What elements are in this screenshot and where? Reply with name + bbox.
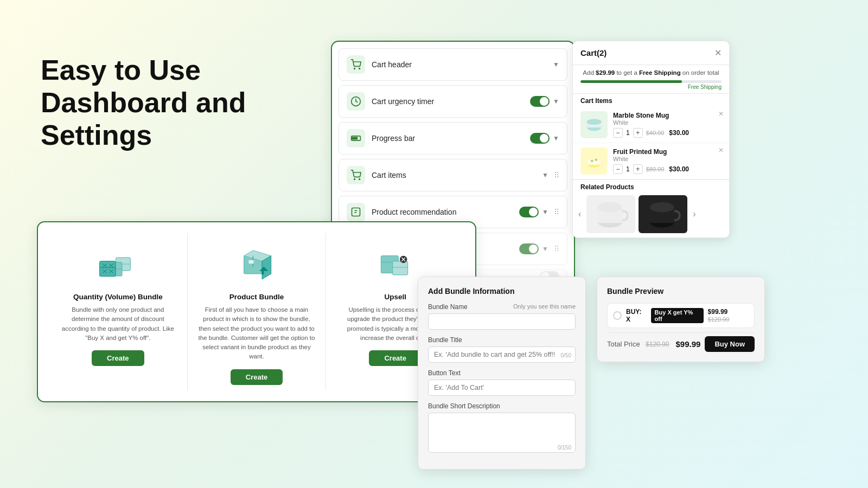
bundle-title-counter: 0/50 (561, 352, 571, 358)
bundle-desc-label: Bundle Short Description (428, 402, 576, 410)
cart-item-2-qty-val: 1 (626, 165, 630, 173)
cart-progress-fill (580, 80, 682, 83)
urgency-timer-toggle[interactable] (530, 96, 550, 107)
cart-item-2-decrease[interactable]: − (613, 164, 623, 174)
bundle-preview-option-row[interactable]: BUY: X Buy X get Y% off $99.99 $120.00 (607, 303, 755, 328)
bundle-option-radio[interactable] (613, 311, 622, 320)
cart-panel: Cart(2) ✕ Add $29.99 to get a Free Shipp… (572, 41, 730, 238)
related-product-2-image[interactable] (639, 195, 687, 233)
cart-item-1-close-icon[interactable]: ✕ (718, 110, 724, 118)
cart-items-icon (347, 166, 365, 184)
bundle-option-label: BUY: X (626, 308, 647, 323)
cart-items-drag-icon[interactable]: ⠿ (554, 171, 559, 179)
add-bundle-modal: Add Bundle Information Bundle Name Only … (418, 277, 586, 470)
extra1-chevron-icon[interactable]: ▼ (542, 245, 548, 253)
upsell-icon (368, 239, 423, 287)
bundle-preview-price: $99.99 $120.00 (708, 308, 749, 323)
extra1-controls: ▼ ⠿ (519, 243, 559, 254)
hero-section: Easy to Use Dashboard and Settings (41, 54, 301, 151)
bundle-card-product: Product Bundle First of all you have to … (188, 233, 327, 390)
progress-bar-icon (347, 129, 365, 147)
product-bundle-create-button[interactable]: Create (231, 369, 283, 385)
upsell-create-button[interactable]: Create (369, 350, 421, 366)
quantity-bundle-create-button[interactable]: Create (92, 350, 144, 366)
button-text-field: Button Text (428, 369, 576, 396)
quantity-bundle-desc: Bundle with only one product and determi… (59, 305, 177, 343)
urgency-timer-chevron-icon[interactable]: ▼ (553, 98, 559, 105)
svg-point-16 (591, 160, 593, 163)
product-bundle-desc: First of all you have to choose a main p… (197, 305, 316, 362)
bundle-desc-counter: 0/150 (558, 445, 571, 451)
svg-point-5 (354, 179, 355, 180)
dashboard-row-urgency-timer[interactable]: Cart urgency timer ▼ (339, 85, 567, 118)
bundle-title-input[interactable] (428, 346, 576, 363)
cart-close-icon[interactable]: ✕ (714, 48, 722, 58)
cart-item: Marble Stone Mug White − 1 + $40.00 $30.… (573, 107, 729, 143)
cart-items-label: Cart items (372, 171, 542, 179)
buy-now-button[interactable]: Buy Now (705, 336, 755, 352)
svg-point-12 (586, 119, 601, 125)
product-bundle-icon (229, 239, 284, 287)
bundle-name-field: Bundle Name Only you see this name (428, 303, 576, 330)
add-bundle-modal-title: Add Bundle Information (428, 287, 576, 296)
upsell-title: Upsell (384, 293, 406, 301)
bundle-preview-old-price: $120.00 (708, 316, 730, 323)
cart-item: Fruit Printed Mug White − 1 + $80.00 $30… (573, 143, 729, 179)
dashboard-row-cart-items[interactable]: Cart items ▼ ⠿ (339, 159, 567, 191)
svg-point-17 (595, 159, 597, 161)
bundle-preview-title: Bundle Preview (607, 287, 755, 296)
progress-bar-toggle[interactable] (530, 133, 550, 144)
cart-item-1-name: Marble Stone Mug (613, 112, 722, 119)
bundle-name-label: Bundle Name Only you see this name (428, 303, 576, 311)
cart-item-1-qty-val: 1 (626, 129, 630, 137)
svg-rect-28 (100, 261, 116, 277)
bundle-desc-input[interactable] (428, 413, 576, 453)
extra1-toggle[interactable] (519, 243, 539, 254)
cart-item-1-increase[interactable]: + (633, 128, 643, 138)
bundle-title-field: Bundle Title 0/50 (428, 336, 576, 363)
bundle-name-input[interactable] (428, 313, 576, 330)
bundle-name-hint: Only you see this name (513, 303, 576, 311)
cart-item-2-increase[interactable]: + (633, 164, 643, 174)
bundle-total-label: Total Price (607, 340, 640, 348)
button-text-input[interactable] (428, 380, 576, 396)
cart-header-chevron-icon[interactable]: ▼ (553, 61, 559, 68)
bundle-total-row: Total Price $120.00 $99.99 Buy Now (607, 332, 755, 352)
progress-bar-chevron-icon[interactable]: ▼ (553, 134, 559, 142)
quantity-bundle-icon (91, 239, 145, 287)
related-next-icon[interactable]: › (691, 209, 698, 219)
cart-progress-label: Free Shipping (573, 84, 729, 93)
extra1-drag-icon[interactable]: ⠿ (554, 245, 559, 253)
related-product-1-image[interactable] (586, 195, 635, 233)
svg-point-1 (359, 68, 360, 69)
svg-rect-42 (248, 260, 253, 264)
cart-related-products: ‹ › (573, 193, 729, 237)
cart-progress-bar (580, 80, 722, 83)
cart-panel-header: Cart(2) ✕ (573, 41, 729, 65)
product-recommendation-chevron-icon[interactable]: ▼ (542, 208, 548, 216)
product-recommendation-toggle[interactable] (519, 207, 539, 217)
bundle-total-old-price: $120.00 (646, 341, 669, 348)
bundle-title-label: Bundle Title (428, 336, 576, 344)
cart-shipping-banner: Add $29.99 to get a Free Shipping on ord… (573, 65, 729, 78)
urgency-timer-label: Cart urgency timer (372, 97, 530, 106)
cart-items-chevron-icon[interactable]: ▼ (542, 171, 548, 179)
bundle-desc-input-wrapper: 0/150 (428, 413, 576, 455)
quantity-bundle-title: Quantity (Volume) Bundle (73, 293, 163, 301)
cart-item-2-close-icon[interactable]: ✕ (718, 146, 724, 154)
cart-items-controls: ▼ ⠿ (542, 171, 559, 179)
cart-item-1-qty: − 1 + $40.00 $30.00 (613, 128, 722, 138)
bundle-desc-field: Bundle Short Description 0/150 (428, 402, 576, 455)
product-recommendation-drag-icon[interactable]: ⠿ (554, 208, 559, 216)
svg-point-20 (598, 202, 622, 213)
cart-items-section-title: Cart Items (573, 93, 729, 107)
bundle-option-tag: Buy X get Y% off (651, 308, 704, 323)
cart-item-2-name: Fruit Printed Mug (613, 148, 722, 156)
related-prev-icon[interactable]: ‹ (576, 209, 583, 219)
progress-bar-label: Progress bar (372, 134, 530, 143)
bundle-cards-panel: Quantity (Volume) Bundle Bundle with onl… (37, 221, 476, 402)
dashboard-row-progress-bar[interactable]: Progress bar ▼ (339, 122, 567, 155)
dashboard-row-cart-header[interactable]: Cart header ▼ (339, 48, 567, 81)
svg-rect-4 (352, 137, 358, 140)
cart-item-1-decrease[interactable]: − (613, 128, 623, 138)
